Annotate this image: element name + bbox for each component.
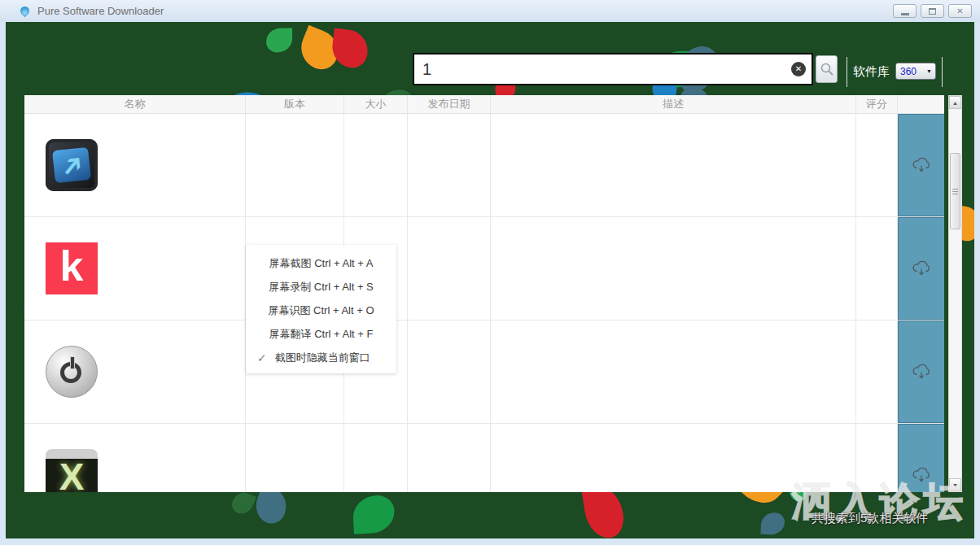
toolbar-divider [847,57,847,87]
column-header-name: 名称 [24,95,246,113]
leaf-decoration [581,484,626,538]
table-row[interactable] [24,320,944,424]
date-cell [408,320,491,423]
description-cell [491,114,856,216]
directx-repair-icon: X [46,449,98,492]
download-button[interactable] [898,114,944,216]
name-cell: X [24,424,246,492]
version-cell [246,424,344,492]
rating-cell [856,114,898,216]
column-header-date: 发布日期 [408,95,491,113]
name-cell [24,320,246,423]
cloud-download-icon [911,362,932,382]
download-button[interactable] [898,217,944,320]
description-cell [491,217,856,320]
column-header-version: 版本 [246,95,344,113]
library-select[interactable]: 360 ▼ [895,63,936,80]
client-area: ✕ 软件库 360 ▼ 名称 版本 大小 发布日期 描述 [6,22,974,538]
software-table: 名称 版本 大小 发布日期 描述 评分 ➔kX [24,95,944,492]
date-cell [408,114,491,216]
menu-item-label: 屏幕识图 Ctrl + Alt + O [268,303,374,318]
table-header: 名称 版本 大小 发布日期 描述 评分 [24,95,944,114]
version-cell [246,114,344,216]
download-button[interactable] [898,320,944,423]
column-header-download [898,95,944,113]
leaf-decoration [230,489,257,517]
menu-item[interactable]: 屏幕识图 Ctrl + Alt + O [246,299,396,322]
vertical-scrollbar[interactable]: ▲ ▼ [948,95,962,492]
size-cell [344,424,408,492]
search-icon [820,62,834,76]
leaf-decoration [761,512,785,535]
leaf-decoration [352,495,395,534]
close-button[interactable]: ✕ [948,4,972,18]
search-result-count: 共搜索到5款相关软件 [812,511,928,526]
search-toolbar: ✕ 软件库 360 ▼ [6,22,974,95]
name-cell: ➔ [24,114,246,216]
scroll-up-button[interactable]: ▲ [949,96,961,109]
date-cell [408,217,491,320]
column-header-size: 大小 [344,95,408,113]
scrollbar-thumb[interactable] [950,153,960,229]
column-header-rating: 评分 [856,95,898,113]
menu-item[interactable]: 屏幕截图 Ctrl + Alt + A [246,251,396,275]
name-cell: k [24,217,246,320]
close-icon: ✕ [956,7,963,15]
menu-item-label: 屏幕翻译 Ctrl + Alt + F [269,327,374,342]
titlebar: Pure Software Downloader ✕ [0,0,980,22]
maximize-button[interactable] [921,4,944,18]
video-converter-icon: ➔ [46,139,98,191]
chevron-down-icon: ▼ [926,68,935,74]
menu-item-label: 截图时隐藏当前窗口 [275,351,370,365]
minimize-icon [901,13,909,15]
menu-item[interactable]: 屏幕翻译 Ctrl + Alt + F [246,322,396,346]
cloud-download-icon [911,155,932,175]
menu-item[interactable]: ✓截图时隐藏当前窗口 [246,346,396,369]
search-button[interactable] [816,55,838,83]
apple-helper-icon: k [46,242,98,294]
date-cell [408,424,491,492]
app-window: Pure Software Downloader ✕ ✕ 软件库 360 [0,0,980,545]
menu-item-label: 屏幕录制 Ctrl + Alt + S [269,280,374,294]
checkmark-icon: ✓ [257,351,267,364]
app-logo-icon [20,5,30,18]
minimize-button[interactable] [893,4,917,18]
window-controls: ✕ [893,4,972,18]
table-row[interactable]: ➔ [24,114,944,217]
window-title: Pure Software Downloader [37,5,164,17]
column-header-description: 描述 [491,95,856,113]
menu-item-label: 屏幕截图 Ctrl + Alt + A [269,256,374,271]
size-cell [344,114,408,216]
maximize-icon [929,8,936,15]
rating-cell [856,320,898,423]
search-input[interactable] [414,54,812,84]
rating-cell [856,217,898,320]
table-row[interactable]: k [24,217,944,320]
description-cell [491,320,856,423]
library-label: 软件库 [853,64,890,80]
toolbar-divider [942,57,943,87]
search-input-wrap: ✕ [413,53,813,85]
menu-item[interactable]: 屏幕录制 Ctrl + Alt + S [246,275,396,299]
cloud-download-icon [911,259,932,278]
screenshot-context-menu: 屏幕截图 Ctrl + Alt + A屏幕录制 Ctrl + Alt + S屏幕… [246,245,396,373]
clear-search-button[interactable]: ✕ [791,62,806,76]
table-body: ➔kX [24,114,944,492]
library-selected-value: 360 [896,66,926,77]
power-timer-icon [46,346,98,398]
